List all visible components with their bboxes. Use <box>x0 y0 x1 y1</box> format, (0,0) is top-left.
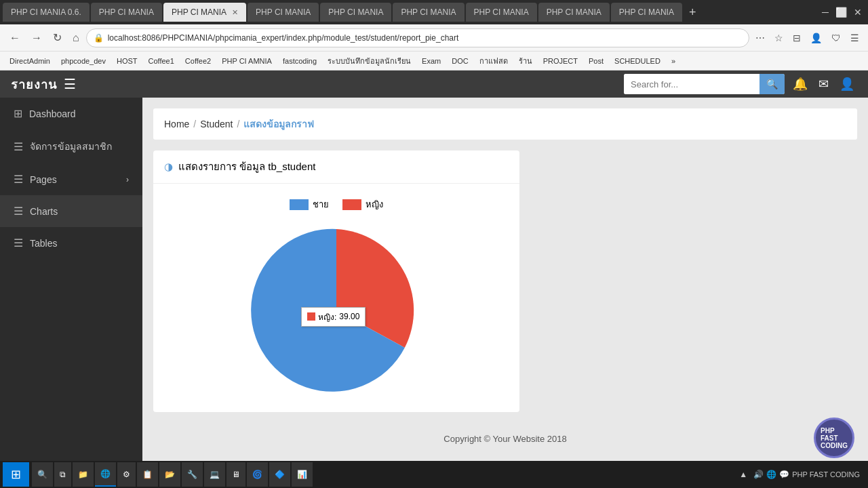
taskbar-task-view[interactable]: ⧉ <box>54 462 71 487</box>
legend-item-female: หญิง <box>342 197 383 211</box>
reload-button[interactable]: ↻ <box>49 28 66 47</box>
bookmark-directadmin[interactable]: DirectAdmin <box>5 56 54 66</box>
app-title: รายงาน <box>11 75 57 94</box>
tab-4[interactable]: PHP CI MANIA <box>320 3 391 22</box>
tray-icon-1[interactable]: ▲ <box>736 468 751 481</box>
sidebar-item-label-charts: Charts <box>30 206 129 217</box>
php-logo-text: PHPFASTCODING <box>821 427 848 449</box>
footer: Copyright © Your Website 2018 <box>153 423 857 455</box>
back-button[interactable]: ← <box>5 29 24 47</box>
new-tab-button[interactable]: + <box>684 5 702 20</box>
tooltip-color-icon <box>307 312 315 321</box>
bookmark-scheduled[interactable]: SCHEDULED <box>610 56 665 66</box>
charts-icon: ☰ <box>14 205 23 218</box>
tray-icon-4: 💬 <box>779 470 789 479</box>
pages-icon: ☰ <box>14 173 23 186</box>
tab-label: PHP CI MANIA <box>99 7 154 17</box>
bookmark-phpcode[interactable]: phpcode_dev <box>57 56 110 66</box>
address-bar[interactable]: 🔒 localhost:8086/PHPCIMANIA/phpcimania_e… <box>86 28 749 47</box>
php-logo: PHPFASTCODING <box>814 418 854 458</box>
bookmark-exam[interactable]: Exam <box>418 56 445 66</box>
app-topbar: รายงาน ☰ 🔍 🔔 ✉ 👤 <box>0 70 868 98</box>
topbar-right: 🔍 🔔 ✉ 👤 <box>624 74 857 94</box>
maximize-button[interactable]: ⬜ <box>832 5 850 20</box>
bookmark-host[interactable]: HOST <box>113 56 142 66</box>
bookmark-doc[interactable]: DOC <box>448 56 472 66</box>
close-window-button[interactable]: ✕ <box>850 5 865 20</box>
bookmark-post[interactable]: Post <box>585 56 608 66</box>
breadcrumb-home[interactable]: Home <box>164 119 189 129</box>
sidebar-item-charts[interactable]: ☰ Charts <box>0 195 142 227</box>
bookmark-phpciamnia[interactable]: PHP CI AMNIA <box>218 56 276 66</box>
pie-chart-icon: ◑ <box>164 161 173 173</box>
bookmark-coffee2[interactable]: Coffee2 <box>181 56 215 66</box>
tab-label: PHP CI MANIA <box>328 7 383 17</box>
bookmark-more[interactable]: » <box>667 56 679 66</box>
taskbar-item-5[interactable]: 📂 <box>159 462 180 487</box>
shield-button[interactable]: 🛡 <box>828 30 844 45</box>
tab-8[interactable]: PHP CI MANIA <box>611 3 682 22</box>
taskbar-item-9[interactable]: 🌀 <box>247 462 268 487</box>
breadcrumb: Home / Student / แสดงข้อมูลกราฟ <box>153 108 857 140</box>
user-icon[interactable]: 👤 <box>837 74 857 94</box>
search-input[interactable] <box>624 74 760 94</box>
email-icon[interactable]: ✉ <box>816 74 831 94</box>
tab-6[interactable]: PHP CI MANIA <box>466 3 537 22</box>
menu-button[interactable]: ☰ <box>847 30 863 45</box>
forward-button[interactable]: → <box>27 29 46 47</box>
app-container: รายงาน ☰ 🔍 🔔 ✉ 👤 ⊞ Dashboard ☰ จัดการข้อ… <box>0 70 868 488</box>
tab-0[interactable]: PHP CI MANIA 0.6. <box>3 3 90 22</box>
chart-card: ◑ แสดงรายการ ข้อมูล tb_student ชาย <box>153 150 519 412</box>
tab-label: PHP CI MANIA <box>401 7 456 17</box>
bookmark-student-system[interactable]: ระบบบันทึกข้อมูลนักเรียน <box>323 54 415 68</box>
reader-mode-button[interactable]: ⊟ <box>789 30 804 45</box>
bookmark-coffee-shop[interactable]: กาแฟสด <box>475 54 512 68</box>
taskbar-item-6[interactable]: 🔧 <box>182 462 203 487</box>
card-title: แสดงรายการ ข้อมูล tb_student <box>178 159 315 175</box>
bookmark-fastcoding[interactable]: fastcoding <box>279 56 321 66</box>
close-tab-icon[interactable]: ✕ <box>232 8 238 17</box>
tab-5[interactable]: PHP CI MANIA <box>393 3 464 22</box>
sidebar-item-label-manage: จัดการข้อมูลสมาชิก <box>30 139 129 154</box>
start-button[interactable]: ⊞ <box>3 462 29 487</box>
topbar-left: รายงาน ☰ <box>11 75 76 94</box>
taskbar-item-8[interactable]: 🖥 <box>226 462 245 487</box>
tab-2[interactable]: PHP CI MANIA ✕ <box>163 3 246 22</box>
url-text: localhost:8086/PHPCIMANIA/phpcimania_exp… <box>108 33 742 43</box>
search-button[interactable]: 🔍 <box>760 74 785 94</box>
tab-3[interactable]: PHP CI MANIA <box>248 3 319 22</box>
taskbar-item-3[interactable]: ⚙ <box>117 462 136 487</box>
breadcrumb-student[interactable]: Student <box>200 119 233 129</box>
account-button[interactable]: 👤 <box>807 30 825 45</box>
tab-1[interactable]: PHP CI MANIA <box>91 3 162 22</box>
bell-icon[interactable]: 🔔 <box>790 74 810 94</box>
sidebar-item-label-tables: Tables <box>30 238 129 249</box>
tab-7[interactable]: PHP CI MANIA <box>538 3 610 22</box>
taskbar-item-7[interactable]: 💻 <box>204 462 225 487</box>
sidebar-item-manage-members[interactable]: ☰ จัดการข้อมูลสมาชิก <box>0 129 142 163</box>
sidebar-item-dashboard[interactable]: ⊞ Dashboard <box>0 98 142 129</box>
home-button[interactable]: ⌂ <box>68 29 83 47</box>
taskbar-search[interactable]: 🔍 <box>32 462 53 487</box>
taskbar-item-4[interactable]: 📋 <box>137 462 158 487</box>
minimize-button[interactable]: ─ <box>818 5 832 20</box>
bookmark-shop[interactable]: ร้าน <box>515 54 536 68</box>
sidebar-item-pages[interactable]: ☰ Pages › <box>0 163 142 195</box>
tab-label: PHP CI MANIA <box>256 7 311 17</box>
bookmark-coffee1[interactable]: Coffee1 <box>144 56 178 66</box>
taskbar-item-10[interactable]: 🔷 <box>269 462 290 487</box>
taskbar-file-manager[interactable]: 📁 <box>73 462 94 487</box>
tray-icon-3: 🌐 <box>766 470 776 479</box>
taskbar-items: 🔍 ⧉ 📁 🌐 ⚙ 📋 📂 🔧 💻 🖥 🌀 🔷 📊 <box>29 462 730 487</box>
tables-icon: ☰ <box>14 237 23 249</box>
extensions-button[interactable]: ⋯ <box>752 30 768 45</box>
legend-label-male: ชาย <box>313 197 329 211</box>
hamburger-icon[interactable]: ☰ <box>64 76 76 92</box>
tray-time: PHP FAST CODING <box>792 470 860 479</box>
chart-legend: ชาย หญิง <box>290 197 383 211</box>
taskbar-item-11[interactable]: 📊 <box>292 462 313 487</box>
bookmark-project[interactable]: PROJECT <box>539 56 582 66</box>
taskbar-browser[interactable]: 🌐 <box>95 462 116 487</box>
bookmark-button[interactable]: ☆ <box>771 30 787 45</box>
sidebar-item-tables[interactable]: ☰ Tables <box>0 227 142 259</box>
